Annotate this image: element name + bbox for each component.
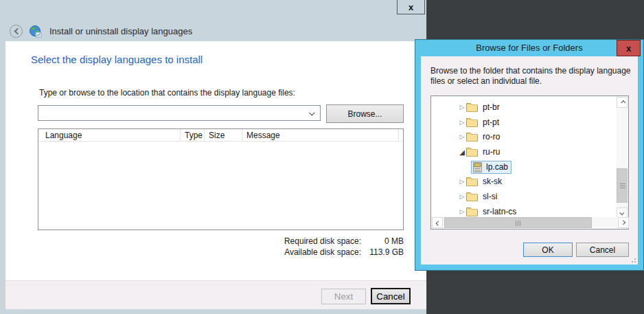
chevron-up-icon [621, 100, 625, 104]
window-header: Install or uninstall display languages [10, 25, 192, 38]
selected-item-highlight: lp.cab [471, 161, 511, 174]
chevron-right-icon [621, 220, 625, 225]
chevron-down-icon [619, 210, 624, 215]
browse-instruction: Browse to the folder that contains the d… [430, 66, 638, 87]
scroll-thumb-grip-icon [516, 221, 521, 226]
folder-icon [466, 147, 478, 157]
location-label: Type or browse to the location that cont… [39, 88, 295, 98]
language-list-header: Language Type Size Message [38, 129, 403, 142]
available-disk-label: Available disk space: [284, 247, 361, 258]
tree-item-label: pt-br [483, 102, 500, 112]
ok-button[interactable]: OK [523, 243, 573, 257]
folder-tree-rows: ▷ pt-br ▷ pt-pt ▷ ro-ro [432, 96, 617, 219]
browse-dialog-title: Browse for Files or Folders [415, 40, 643, 56]
column-header-size[interactable]: Size [205, 129, 242, 141]
tree-item-label: sr-latn-cs [483, 207, 516, 216]
scroll-up-button[interactable] [617, 97, 628, 108]
expand-icon[interactable]: ▷ [458, 133, 466, 140]
language-globe-icon [29, 25, 42, 38]
page-title: Select the display languages to install [31, 54, 203, 65]
language-list[interactable]: Language Type Size Message [38, 128, 404, 230]
column-header-type[interactable]: Type [181, 129, 205, 141]
tree-item-ru-ru[interactable]: ◢ ru-ru [432, 145, 617, 159]
tree-item-label: ru-ru [483, 147, 500, 157]
tree-item-sk-sk[interactable]: ▷ sk-sk [432, 175, 617, 188]
browse-dialog-titlebar[interactable]: Browse for Files or Folders x [415, 40, 643, 56]
dialog-cancel-button[interactable]: Cancel [576, 243, 629, 257]
install-languages-window: x Install or uninstall display languages… [0, 0, 427, 314]
back-button[interactable] [10, 25, 23, 38]
expand-icon[interactable]: ▷ [458, 119, 466, 126]
required-disk-value: 0 MB [361, 236, 404, 247]
wizard-footer: Next Cancel [5, 280, 426, 309]
resize-grip[interactable] [630, 256, 636, 262]
window-title: Install or uninstall display languages [49, 26, 192, 36]
horizontal-scrollbar[interactable] [432, 217, 629, 228]
cancel-button[interactable]: Cancel [371, 288, 411, 304]
folder-icon [466, 102, 478, 112]
folder-icon [466, 177, 478, 186]
tree-item-pt-br[interactable]: ▷ pt-br [432, 100, 617, 114]
tree-item-label: pt-pt [483, 117, 499, 127]
disk-space-info: Required disk space: 0 MB Available disk… [284, 236, 404, 258]
browse-dialog-close-button[interactable]: x [617, 40, 641, 56]
tree-item-sl-si[interactable]: ▷ sl-si [432, 190, 617, 203]
browse-dialog: Browse for Files or Folders x Browse to … [415, 39, 644, 271]
folder-icon [466, 192, 478, 201]
required-disk-label: Required disk space: [284, 236, 361, 247]
tree-item-label: ro-ro [483, 132, 500, 142]
available-disk-value: 113.9 GB [361, 247, 404, 258]
tree-item-lp-cab[interactable]: lp.cab [432, 160, 617, 174]
column-header-language[interactable]: Language [38, 129, 181, 141]
horizontal-scroll-thumb[interactable] [444, 217, 592, 228]
dropdown-button[interactable] [305, 106, 320, 120]
screen: x Install or uninstall display languages… [0, 0, 644, 314]
folder-icon [466, 207, 478, 216]
wizard-content: Select the display languages to install … [5, 41, 426, 280]
expand-icon[interactable]: ▷ [458, 208, 466, 215]
chevron-left-icon [435, 221, 440, 225]
tree-item-label: sk-sk [483, 177, 502, 186]
tree-item-sr-latn-cs[interactable]: ▷ sr-latn-cs [432, 205, 617, 218]
vertical-scrollbar[interactable] [617, 97, 628, 218]
tree-item-label: lp.cab [486, 162, 508, 172]
column-header-spacer [399, 129, 403, 141]
location-combobox[interactable] [38, 105, 321, 121]
scroll-right-button[interactable] [618, 217, 629, 228]
tree-item-ro-ro[interactable]: ▷ ro-ro [432, 130, 617, 144]
folder-icon [466, 117, 478, 127]
cab-file-icon [473, 162, 482, 172]
folder-tree[interactable]: ▷ pt-br ▷ pt-pt ▷ ro-ro [430, 96, 629, 229]
collapse-icon[interactable]: ◢ [458, 148, 466, 156]
back-arrow-icon [14, 28, 21, 35]
scroll-left-button[interactable] [432, 217, 443, 228]
next-button[interactable]: Next [321, 289, 366, 304]
column-header-message[interactable]: Message [242, 129, 399, 141]
vertical-scroll-thumb[interactable] [617, 168, 628, 203]
tree-item-pt-pt[interactable]: ▷ pt-pt [432, 115, 617, 129]
folder-icon [466, 132, 478, 142]
scroll-thumb-grip-icon [620, 183, 625, 189]
browse-button[interactable]: Browse... [326, 104, 404, 123]
window-close-button[interactable]: x [397, 0, 425, 14]
expand-icon[interactable]: ▷ [458, 193, 466, 200]
expand-icon[interactable]: ▷ [458, 178, 466, 185]
tree-item-label: sl-si [483, 192, 497, 201]
expand-icon[interactable]: ▷ [458, 104, 466, 111]
chevron-down-icon [309, 110, 314, 115]
browse-dialog-body: Browse to the folder that contains the d… [421, 56, 638, 265]
location-input[interactable] [38, 106, 305, 120]
